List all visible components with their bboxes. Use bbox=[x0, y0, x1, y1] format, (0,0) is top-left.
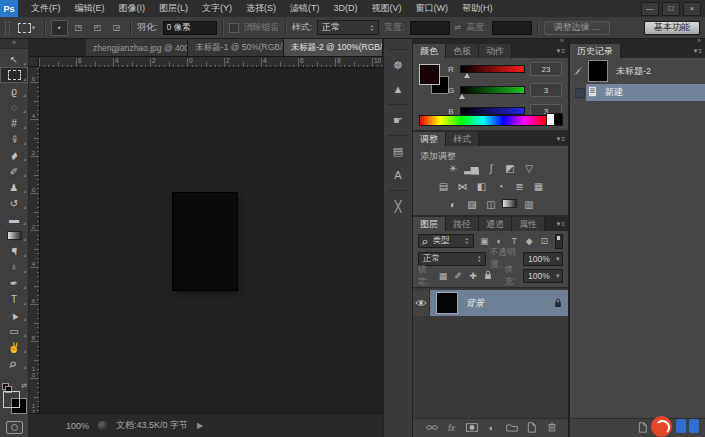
menu-item[interactable]: 图像(I) bbox=[112, 0, 153, 17]
document-tab[interactable]: zhengjianzhao.jpg @ 400...× bbox=[86, 39, 188, 56]
subtract-from-selection-button[interactable]: ◰ bbox=[89, 20, 106, 36]
history-panel-tab[interactable]: 历史记录 bbox=[570, 44, 621, 58]
info-panel-icon[interactable]: ☛ bbox=[384, 108, 412, 132]
panel-menu-icon[interactable]: ▼≡ bbox=[693, 48, 702, 54]
style-select[interactable]: 正常 bbox=[317, 20, 379, 35]
photo-filter-icon[interactable]: ◔ bbox=[493, 181, 508, 193]
width-input[interactable] bbox=[410, 21, 450, 35]
rectangle-tool[interactable]: ▭ bbox=[0, 323, 28, 339]
vibrance-icon[interactable]: ▽ bbox=[521, 163, 536, 175]
navigator-panel-icon[interactable]: ☸ bbox=[384, 53, 412, 77]
channel-value[interactable]: 3 bbox=[530, 83, 562, 97]
feather-input[interactable] bbox=[163, 21, 217, 35]
new-group-icon[interactable] bbox=[505, 422, 518, 434]
menu-item[interactable]: 窗口(W) bbox=[409, 0, 456, 17]
layer-visibility-eye-icon[interactable] bbox=[413, 290, 430, 316]
type-tool[interactable]: T bbox=[0, 291, 28, 307]
slider-thumb-icon[interactable] bbox=[464, 70, 470, 78]
type-layer-filter-icon[interactable]: T bbox=[508, 235, 521, 247]
hand-tool[interactable]: ✌ bbox=[0, 339, 28, 355]
quick-selection-tool[interactable]: ◌ bbox=[0, 99, 28, 115]
ruler-origin-box[interactable] bbox=[29, 57, 39, 67]
smudge-tool[interactable]: ☛ bbox=[0, 243, 28, 259]
color-panel-tab[interactable]: 色板 bbox=[446, 44, 479, 58]
options-bar-grip[interactable] bbox=[5, 21, 10, 35]
layer-name[interactable]: 背景 bbox=[466, 297, 484, 310]
hue-saturation-icon[interactable]: ▤ bbox=[436, 181, 451, 193]
history-entry[interactable]: 未标题-2 bbox=[570, 58, 705, 84]
menu-item[interactable]: 文件(F) bbox=[24, 0, 68, 17]
move-tool[interactable]: ↖ bbox=[0, 51, 28, 67]
new-layer-icon[interactable] bbox=[525, 422, 538, 434]
channel-slider[interactable] bbox=[460, 86, 525, 94]
color-panel-tab[interactable]: 动作 bbox=[479, 44, 512, 58]
foreground-color-swatch[interactable] bbox=[3, 391, 20, 408]
eraser-tool[interactable]: ▬ bbox=[0, 211, 28, 227]
minimize-button[interactable]: — bbox=[641, 2, 659, 16]
menu-item[interactable]: 3D(D) bbox=[327, 0, 365, 17]
zoom-level-field[interactable]: 100% bbox=[66, 421, 89, 431]
layers-panel-tab[interactable]: 路径 bbox=[446, 217, 479, 231]
swap-dimensions-icon[interactable]: ⇄ bbox=[455, 23, 462, 32]
menu-item[interactable]: 视图(V) bbox=[365, 0, 409, 17]
default-colors-icon[interactable] bbox=[2, 383, 11, 391]
spot-healing-brush-tool[interactable]: ▰ bbox=[0, 147, 28, 163]
layers-panel-tab[interactable]: 通道 bbox=[479, 217, 512, 231]
crop-tool[interactable]: # bbox=[0, 115, 28, 131]
lock-all-icon[interactable] bbox=[482, 270, 495, 282]
tool-preset-picker[interactable]: ▼ bbox=[15, 20, 39, 36]
height-input[interactable] bbox=[492, 21, 532, 35]
layer-thumbnail[interactable] bbox=[436, 292, 458, 314]
close-button[interactable]: × bbox=[683, 2, 701, 16]
history-brush-tool[interactable]: ↺ bbox=[0, 195, 28, 211]
gradient-map-icon[interactable] bbox=[502, 199, 517, 211]
black-white-icon[interactable]: ◧ bbox=[474, 181, 489, 193]
history-entry[interactable]: 新建 bbox=[570, 84, 705, 101]
antialias-checkbox[interactable] bbox=[229, 23, 239, 33]
workspace-switcher-button[interactable]: 基本功能 bbox=[644, 21, 700, 35]
layer-filter-toggle[interactable] bbox=[555, 234, 563, 249]
pen-tool[interactable]: ✒ bbox=[0, 275, 28, 291]
threshold-icon[interactable]: ◫ bbox=[483, 199, 498, 211]
zoom-tool[interactable]: ϙ bbox=[0, 355, 28, 371]
properties-panel-icon[interactable]: ▤ bbox=[384, 139, 412, 163]
menu-item[interactable]: 滤镜(T) bbox=[283, 0, 327, 17]
layer-style-icon[interactable]: fx bbox=[445, 422, 458, 434]
menu-item[interactable]: 选择(S) bbox=[239, 0, 283, 17]
intersect-selection-button[interactable]: ◲ bbox=[108, 20, 125, 36]
add-to-selection-button[interactable]: ◳ bbox=[70, 20, 87, 36]
color-balance-icon[interactable]: ⋈ bbox=[455, 181, 470, 193]
character-panel-icon[interactable]: A bbox=[384, 163, 412, 187]
link-layers-icon[interactable] bbox=[425, 422, 438, 434]
fill-field[interactable]: 100% ▼ bbox=[523, 269, 563, 283]
layers-panel-tab[interactable]: 图层 bbox=[413, 217, 446, 231]
selective-color-icon[interactable]: ▥ bbox=[521, 199, 536, 211]
foreground-color-swatch[interactable] bbox=[419, 64, 440, 85]
invert-icon[interactable]: ◐ bbox=[445, 199, 460, 211]
dodge-tool[interactable]: ♀ bbox=[0, 259, 28, 275]
panel-menu-icon[interactable]: ▼≡ bbox=[556, 136, 565, 142]
adjustment-layer-filter-icon[interactable]: ◐ bbox=[493, 235, 506, 247]
color-panel-tab[interactable]: 颜色 bbox=[413, 44, 446, 58]
pixel-layer-filter-icon[interactable]: ▣ bbox=[478, 235, 491, 247]
snapshot-thumbnail[interactable] bbox=[588, 60, 608, 82]
layer-filter-type-select[interactable]: ϙ 类型 bbox=[418, 234, 474, 248]
rectangular-marquee-tool[interactable] bbox=[0, 67, 28, 83]
channel-value[interactable]: 23 bbox=[530, 62, 562, 76]
delete-layer-icon[interactable] bbox=[545, 422, 558, 434]
new-adjustment-layer-icon[interactable]: ◐ bbox=[485, 422, 498, 434]
channel-slider[interactable] bbox=[460, 107, 525, 115]
color-lookup-icon[interactable]: ▦ bbox=[531, 181, 546, 193]
document-tab[interactable]: 未标题-2 @ 100%(RGB/8)× bbox=[284, 39, 383, 56]
document-canvas[interactable] bbox=[173, 193, 237, 290]
history-brush-source-icon[interactable] bbox=[570, 58, 586, 84]
opacity-field[interactable]: 100% ▼ bbox=[523, 252, 563, 266]
channel-slider[interactable] bbox=[460, 65, 525, 73]
swap-colors-icon[interactable]: ⇄ bbox=[21, 382, 27, 390]
horizontal-ruler[interactable]: 6420246810 bbox=[39, 57, 383, 68]
histogram-panel-icon[interactable]: ▲ bbox=[384, 77, 412, 101]
menu-item[interactable]: 文字(Y) bbox=[195, 0, 239, 17]
panel-menu-icon[interactable]: ▼≡ bbox=[556, 221, 565, 227]
layer-row-background[interactable]: 背景 bbox=[413, 290, 568, 316]
black-swatch[interactable] bbox=[554, 113, 563, 126]
